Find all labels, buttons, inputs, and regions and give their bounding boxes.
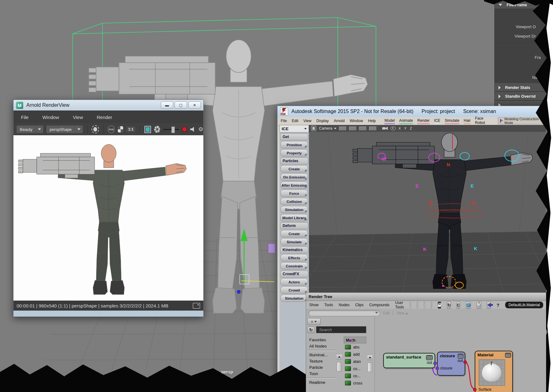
search-input[interactable] <box>316 326 366 333</box>
background-checker-icon[interactable] <box>118 126 123 132</box>
menu-render[interactable]: Render <box>417 118 430 123</box>
scroll-thumb[interactable] <box>337 362 342 371</box>
menu-file[interactable]: File <box>281 119 287 123</box>
node-item[interactable]: add <box>344 351 366 358</box>
ice-group-crowdfx[interactable]: CrowdFX <box>280 271 308 277</box>
menu-window[interactable]: Window <box>42 115 59 120</box>
stop-render-icon[interactable] <box>182 126 187 132</box>
menu-user-tools[interactable]: User Tools <box>395 301 404 309</box>
arnold-title-bar[interactable]: M Arnold RenderView ▬ ▢ ✕ <box>13 100 203 111</box>
menu-face-robot[interactable]: Face Robot <box>475 116 491 126</box>
menu-model[interactable]: Model <box>384 118 395 123</box>
ice-button-collision[interactable]: Collision <box>280 198 308 205</box>
menu-tools[interactable]: Tools <box>324 303 333 307</box>
node-item[interactable]: co... <box>344 372 366 379</box>
menu-show[interactable]: Show <box>309 303 319 307</box>
globe-icon[interactable] <box>466 302 471 309</box>
region-render-icon[interactable] <box>144 126 151 133</box>
slider-handle[interactable] <box>171 126 175 133</box>
refresh-icon[interactable]: ↻ <box>307 327 315 333</box>
category-scrollbar[interactable] <box>336 354 342 355</box>
menu-arnold[interactable]: Arnold <box>334 119 345 123</box>
display-output-icon[interactable] <box>193 303 200 309</box>
lock-icon[interactable] <box>438 302 441 309</box>
gear-icon[interactable]: ⚙ <box>198 126 203 132</box>
out-port[interactable] <box>463 360 467 364</box>
menu-file[interactable]: File <box>21 115 29 120</box>
ice-button-primitive[interactable]: Primitive <box>280 141 308 148</box>
menu-view[interactable]: View <box>303 119 311 123</box>
grip-handle[interactable] <box>410 302 411 308</box>
back-arrow-icon[interactable] <box>487 302 491 309</box>
node-item[interactable]: atan <box>344 358 366 365</box>
toolbar-mode-dropdown[interactable]: ICE <box>279 125 309 132</box>
menu-animate[interactable]: Animate <box>399 118 413 123</box>
menu-clips[interactable]: Clips <box>355 303 364 307</box>
construction-mode-dropdown[interactable]: Modeling Construction Mode <box>498 117 546 124</box>
ice-group-get[interactable]: Get <box>280 133 308 140</box>
grip-handle[interactable] <box>424 302 425 308</box>
ice-button-actors[interactable]: Actors <box>280 278 308 286</box>
scroll-thumb[interactable] <box>368 363 372 372</box>
node-menu-icon[interactable] <box>458 354 463 358</box>
grip-handle[interactable] <box>431 302 432 308</box>
minimize-button[interactable]: ▬ <box>161 101 173 109</box>
menu-window[interactable]: Window <box>350 119 363 123</box>
close-button[interactable]: ✕ <box>188 101 201 109</box>
refresh-icon[interactable]: ↻ <box>447 302 451 309</box>
category-item[interactable]: Texture <box>307 358 336 364</box>
ice-button-after-emission[interactable]: After Emission <box>280 182 308 189</box>
new-button[interactable]: New <box>393 311 407 315</box>
render-tree-title-bar[interactable]: Render Tree <box>306 293 546 301</box>
out-port[interactable] <box>433 362 437 365</box>
ice-button-effects[interactable]: Effects <box>280 254 308 261</box>
exposure-slider[interactable] <box>163 129 179 130</box>
category-item[interactable]: Illuminat... <box>307 352 336 358</box>
node-item[interactable]: abs <box>344 343 366 351</box>
menu-view[interactable]: View <box>73 115 83 120</box>
menu-hair[interactable]: Hair <box>464 118 471 123</box>
menu-render[interactable]: Render <box>97 115 112 120</box>
zoom-level[interactable]: 1:1 <box>126 126 135 132</box>
ice-button-constrain[interactable]: Constrain <box>280 262 308 270</box>
ice-group-particles[interactable]: Particles <box>280 157 308 164</box>
node-group-header[interactable]: Math <box>344 337 366 343</box>
ice-button-property[interactable]: Property <box>280 149 308 157</box>
menu-compounds[interactable]: Compounds <box>369 303 389 307</box>
ice-button-model-library[interactable]: Model Library <box>280 214 308 221</box>
grip-handle[interactable] <box>417 302 418 308</box>
menu-edit[interactable]: Edit <box>292 119 298 123</box>
ice-group-kinematics[interactable]: Kinematics <box>280 246 308 253</box>
scroll-up-button[interactable] <box>336 354 342 359</box>
ice-button-simulation[interactable]: Simulation <box>280 206 308 213</box>
softimage-viewport[interactable]: B Camera X Y Z <box>309 125 546 293</box>
ice-button-force[interactable]: Force <box>280 190 308 197</box>
ice-group-deform[interactable]: Deform <box>280 222 308 229</box>
scroll-up-button[interactable] <box>367 355 373 360</box>
help-icon[interactable]: ? <box>497 302 499 308</box>
edit-button[interactable]: Edit <box>383 311 390 315</box>
node-closure[interactable]: closure out closure <box>437 352 465 376</box>
node-material[interactable]: Material Surface <box>475 351 513 392</box>
maximize-button[interactable]: ▢ <box>175 101 187 109</box>
menu-ice[interactable]: ICE <box>434 118 440 123</box>
category-item[interactable]: Toon <box>307 370 336 377</box>
node-list-scrollbar[interactable] <box>367 355 373 355</box>
speaker-icon[interactable] <box>190 127 195 132</box>
menu-nodes[interactable]: Nodes <box>339 303 350 307</box>
aov-dropdown[interactable]: Beauty <box>17 126 43 133</box>
node-menu-icon[interactable] <box>505 353 511 358</box>
copy-icon[interactable]: C <box>456 302 460 309</box>
ice-button-create[interactable]: Create <box>280 165 308 173</box>
ice-button-deform-simulate[interactable]: Simulate <box>280 238 308 245</box>
menu-display[interactable]: Display <box>316 119 329 123</box>
menu-help[interactable]: Help <box>368 119 376 123</box>
camera-dropdown[interactable]: perspShape <box>46 126 82 133</box>
ice-button-on-emission[interactable]: On Emission <box>280 173 308 181</box>
category-item[interactable]: All Nodes <box>307 343 336 349</box>
ice-button-crowd[interactable]: Crowd <box>280 286 308 294</box>
in-port[interactable] <box>436 367 439 370</box>
node-menu-icon[interactable] <box>426 355 433 360</box>
shader-combo-box[interactable] <box>309 310 380 316</box>
rgb-channels-icon[interactable]: RGB <box>108 126 114 133</box>
